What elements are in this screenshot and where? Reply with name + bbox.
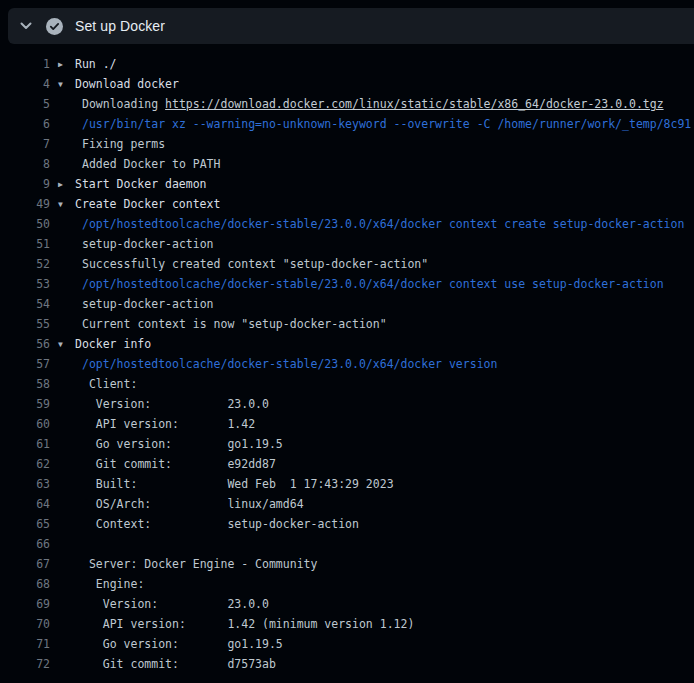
log-row: 62 Git commit: e92dd87 xyxy=(0,454,694,474)
log-row: 59 Version: 23.0.0 xyxy=(0,394,694,414)
line-number[interactable]: 67 xyxy=(0,557,50,571)
line-number[interactable]: 1 xyxy=(0,57,50,71)
step-title: Set up Docker xyxy=(75,8,165,44)
log-text: /opt/hostedtoolcache/docker-stable/23.0.… xyxy=(75,217,694,231)
log-text: Run ./ xyxy=(75,57,694,71)
line-number[interactable]: 65 xyxy=(0,517,50,531)
line-number[interactable]: 4 xyxy=(0,77,50,91)
log-text: setup-docker-action xyxy=(75,297,694,311)
line-number[interactable]: 6 xyxy=(0,117,50,131)
log-row: 69 Version: 23.0.0 xyxy=(0,594,694,614)
line-number[interactable]: 71 xyxy=(0,637,50,651)
log-row: 63 Built: Wed Feb 1 17:43:29 2023 xyxy=(0,474,694,494)
line-number[interactable]: 60 xyxy=(0,417,50,431)
line-number[interactable]: 53 xyxy=(0,277,50,291)
log-row: 70 API version: 1.42 (minimum version 1.… xyxy=(0,614,694,634)
triangle-down-icon[interactable]: ▼ xyxy=(50,80,75,89)
triangle-down-icon[interactable]: ▼ xyxy=(50,340,75,349)
line-number[interactable]: 5 xyxy=(0,97,50,111)
log-row: 67 Server: Docker Engine - Community xyxy=(0,554,694,574)
log-row: 60 API version: 1.42 xyxy=(0,414,694,434)
line-number[interactable]: 70 xyxy=(0,617,50,631)
log-row: 64 OS/Arch: linux/amd64 xyxy=(0,494,694,514)
log-text: /usr/bin/tar xz --warning=no-unknown-key… xyxy=(75,117,694,131)
log-text: Download docker xyxy=(75,77,694,91)
step-header[interactable]: Set up Docker xyxy=(8,8,694,44)
line-number[interactable]: 52 xyxy=(0,257,50,271)
log-group-row[interactable]: 1▶Run ./ xyxy=(0,54,694,74)
log-group-row[interactable]: 56▼Docker info xyxy=(0,334,694,354)
log-lines: 1▶Run ./4▼Download docker5Downloading ht… xyxy=(0,44,694,683)
line-number[interactable]: 55 xyxy=(0,317,50,331)
log-row: 55Current context is now "setup-docker-a… xyxy=(0,314,694,334)
line-number[interactable]: 8 xyxy=(0,157,50,171)
log-text: /opt/hostedtoolcache/docker-stable/23.0.… xyxy=(75,357,694,371)
log-text: API version: 1.42 (minimum version 1.12) xyxy=(75,617,694,631)
log-text: Current context is now "setup-docker-act… xyxy=(75,317,694,331)
log-row: 5Downloading https://download.docker.com… xyxy=(0,94,694,114)
log-group-row[interactable]: 4▼Download docker xyxy=(0,74,694,94)
log-text: Version: 23.0.0 xyxy=(75,597,694,611)
log-text: Added Docker to PATH xyxy=(75,157,694,171)
line-number[interactable]: 50 xyxy=(0,217,50,231)
line-number[interactable]: 56 xyxy=(0,337,50,351)
log-text: Fixing perms xyxy=(75,137,694,151)
log-text: Engine: xyxy=(75,577,694,591)
log-text: Git commit: d7573ab xyxy=(75,657,694,671)
log-text: Client: xyxy=(75,377,694,391)
log-text: Downloading https://download.docker.com/… xyxy=(75,97,694,111)
line-number[interactable]: 61 xyxy=(0,437,50,451)
log-row: 65 Context: setup-docker-action xyxy=(0,514,694,534)
line-number[interactable]: 54 xyxy=(0,297,50,311)
log-row: 50/opt/hostedtoolcache/docker-stable/23.… xyxy=(0,214,694,234)
log-text: Start Docker daemon xyxy=(75,177,694,191)
line-number[interactable]: 7 xyxy=(0,137,50,151)
log-group-row[interactable]: 49▼Create Docker context xyxy=(0,194,694,214)
line-number[interactable]: 51 xyxy=(0,237,50,251)
actions-log-viewport: Set up Docker 1▶Run ./4▼Download docker5… xyxy=(0,0,694,683)
log-text: API version: 1.42 xyxy=(75,417,694,431)
log-text: Create Docker context xyxy=(75,197,694,211)
log-text: Built: Wed Feb 1 17:43:29 2023 xyxy=(75,477,694,491)
log-text: OS/Arch: linux/amd64 xyxy=(75,497,694,511)
check-circle-icon xyxy=(46,18,63,35)
log-text: Context: setup-docker-action xyxy=(75,517,694,531)
log-row: 58 Client: xyxy=(0,374,694,394)
triangle-down-icon[interactable]: ▼ xyxy=(50,200,75,209)
line-number[interactable]: 63 xyxy=(0,477,50,491)
log-row: 54setup-docker-action xyxy=(0,294,694,314)
log-row: 57/opt/hostedtoolcache/docker-stable/23.… xyxy=(0,354,694,374)
log-row: 61 Go version: go1.19.5 xyxy=(0,434,694,454)
triangle-right-icon[interactable]: ▶ xyxy=(50,60,75,69)
line-number[interactable]: 62 xyxy=(0,457,50,471)
log-text: Server: Docker Engine - Community xyxy=(75,557,694,571)
log-row: 8Added Docker to PATH xyxy=(0,154,694,174)
line-number[interactable]: 9 xyxy=(0,177,50,191)
triangle-right-icon[interactable]: ▶ xyxy=(50,180,75,189)
log-text: Git commit: e92dd87 xyxy=(75,457,694,471)
log-row: 71 Go version: go1.19.5 xyxy=(0,634,694,654)
line-number[interactable]: 57 xyxy=(0,357,50,371)
log-text: Version: 23.0.0 xyxy=(75,397,694,411)
line-number[interactable]: 58 xyxy=(0,377,50,391)
line-number[interactable]: 72 xyxy=(0,657,50,671)
line-number[interactable]: 49 xyxy=(0,197,50,211)
line-number[interactable]: 59 xyxy=(0,397,50,411)
log-row: 6/usr/bin/tar xz --warning=no-unknown-ke… xyxy=(0,114,694,134)
line-number[interactable]: 64 xyxy=(0,497,50,511)
log-group-row[interactable]: 9▶Start Docker daemon xyxy=(0,174,694,194)
line-number[interactable]: 66 xyxy=(0,537,50,551)
log-text: Docker info xyxy=(75,337,694,351)
chevron-down-icon[interactable] xyxy=(18,18,34,34)
log-text: Go version: go1.19.5 xyxy=(75,437,694,451)
line-number[interactable]: 69 xyxy=(0,597,50,611)
log-row: 52Successfully created context "setup-do… xyxy=(0,254,694,274)
log-text: setup-docker-action xyxy=(75,237,694,251)
line-number[interactable]: 68 xyxy=(0,577,50,591)
log-row: 68 Engine: xyxy=(0,574,694,594)
log-row: 53/opt/hostedtoolcache/docker-stable/23.… xyxy=(0,274,694,294)
log-link[interactable]: https://download.docker.com/linux/static… xyxy=(165,97,664,111)
log-row: 66 xyxy=(0,534,694,554)
log-text: /opt/hostedtoolcache/docker-stable/23.0.… xyxy=(75,277,694,291)
log-row: 51setup-docker-action xyxy=(0,234,694,254)
